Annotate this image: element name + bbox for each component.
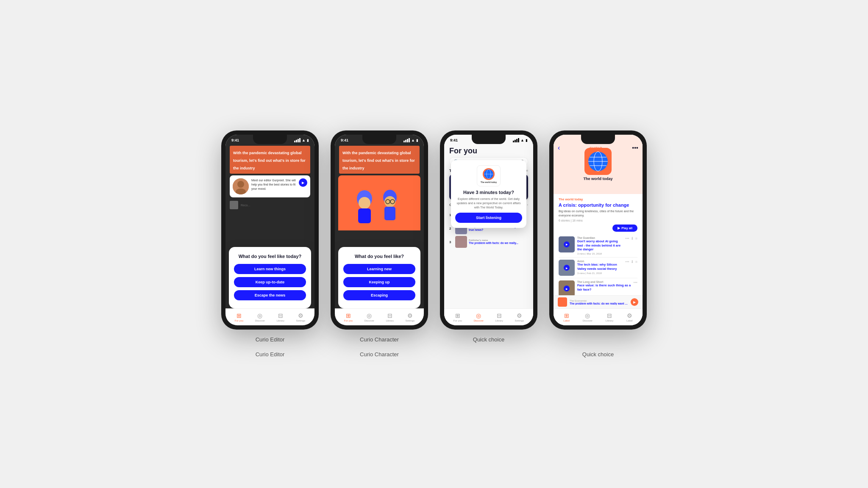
phone2-bg: 9:41 ▲ ▮ — [335, 135, 424, 325]
mini-thumb — [558, 297, 567, 307]
settings-icon3: ⚙ — [517, 312, 522, 319]
list-icon-1[interactable]: ≡ — [635, 236, 637, 241]
p4-world-label: The world today — [583, 177, 612, 181]
nav-discover4[interactable]: ◎ Discover — [583, 312, 593, 322]
list-icon-2[interactable]: ≡ — [635, 260, 637, 264]
story-item-1[interactable]: ▶ The Guardian Don't worry about AI goin… — [559, 234, 637, 258]
characters-svg — [341, 180, 417, 230]
play-all-container: ▶ Play all — [559, 225, 637, 232]
status-icons2: ▲ ▮ — [403, 138, 418, 142]
story-info-2: Aeon The tech bias: why Silicon Valley n… — [577, 260, 623, 274]
battery-icon1: ▮ — [307, 139, 309, 142]
bottom-label-4: Quick choice — [549, 351, 647, 358]
learning-new-btn[interactable]: Learning new — [343, 264, 415, 274]
status-icons1: ▲ ▮ — [294, 138, 309, 142]
nav-library3[interactable]: ⊟ Library — [495, 312, 503, 322]
story-item-2[interactable]: ▶ Aeon The tech bias: why Silicon Valley… — [559, 258, 637, 278]
avatar-svg — [233, 178, 249, 194]
svg-rect-8 — [384, 207, 395, 220]
nav-label1-4[interactable]: ⊞ Label — [563, 312, 570, 322]
h3m-badge-label: The world today — [481, 181, 497, 183]
phone3-screen: 9:41 ▲ ▮ For yo — [444, 135, 533, 325]
story-title-1: Don't worry about AI going bad - the min… — [577, 239, 623, 252]
label3: Quick choice — [440, 336, 537, 343]
bar1b — [403, 141, 405, 142]
settings-icon1: ⚙ — [298, 312, 303, 319]
status-icons3: ▲ ▮ — [513, 138, 527, 142]
phone4-container: ‹ CURIO ••• — [549, 130, 647, 336]
play-all-btn[interactable]: ▶ Play all — [612, 225, 637, 232]
h3m-badge: The world today — [477, 165, 501, 186]
nav-settings1[interactable]: ⚙ Settings — [296, 312, 306, 322]
nav-library2[interactable]: ⊟ Library — [386, 312, 394, 322]
nav-settings3[interactable]: ⚙ Settings — [515, 312, 524, 322]
phone2: 9:41 ▲ ▮ — [331, 130, 428, 330]
nav-for-you-label2: For you — [344, 319, 353, 322]
start-listening-btn[interactable]: Start listening — [455, 213, 522, 223]
story-publisher-2: Aeon — [577, 260, 623, 263]
for-you-icon3: ⊞ — [455, 312, 460, 319]
phone1-container: 9:41 ▲ ▮ — [221, 130, 319, 343]
bottom-labels-row: Curio Editor Curio Character Quick choic… — [221, 351, 647, 358]
nav-settings2[interactable]: ⚙ Settings — [406, 312, 415, 322]
nav-for-you1[interactable]: ⊞ For you — [235, 312, 243, 322]
bottom-label-2: Curio Character — [331, 351, 428, 358]
nav-for-you3[interactable]: ⊞ For you — [453, 312, 462, 322]
phone4: ‹ CURIO ••• — [549, 130, 647, 330]
have3min-modal: The world today Have 3 minutes today? Ex… — [451, 160, 526, 228]
nav-settings-label2: Settings — [406, 319, 415, 322]
nav-discover1[interactable]: ◎ Discover — [255, 312, 265, 322]
list-row-3[interactable]: 3 Publisher's name The problem with fact… — [449, 235, 528, 249]
back-icon[interactable]: ‹ — [558, 144, 560, 152]
story-title-3: Face value: is there such thing as a fai… — [577, 283, 631, 292]
nav-settings-label1: Settings — [296, 319, 306, 322]
p4-desc: Big ideas on curing loneliness, cities o… — [559, 209, 637, 218]
story-actions-3: ••• — [634, 280, 637, 285]
keeping-up-btn[interactable]: Keeping up — [343, 277, 415, 287]
h3m-globe-svg — [484, 169, 494, 179]
play-btn1[interactable]: ▶ — [299, 178, 307, 187]
nav-label2-4[interactable]: ⚙ Label — [626, 312, 633, 322]
nav-library4[interactable]: ⊟ Library — [606, 312, 613, 322]
nav-discover3[interactable]: ◎ Discover — [474, 312, 484, 322]
mini-play-btn[interactable]: ▶ — [631, 298, 638, 306]
phone1: 9:41 ▲ ▮ — [221, 130, 319, 330]
hero-text1: With the pandemic devastating global tou… — [230, 146, 310, 174]
escaping-btn[interactable]: Escaping — [343, 290, 415, 300]
keep-up-btn[interactable]: Keep up-to-date — [234, 277, 306, 287]
nav-discover2[interactable]: ◎ Discover — [364, 312, 374, 322]
more-icon-2[interactable]: ••• — [625, 260, 629, 264]
phone1-bg: 9:41 ▲ ▮ — [225, 135, 314, 325]
mini-player: The Economist The problem with facts: do… — [554, 295, 643, 308]
phone3: 9:41 ▲ ▮ For yo — [440, 130, 537, 330]
notch3 — [472, 135, 506, 144]
phone2-screen: 9:41 ▲ ▮ — [335, 135, 424, 325]
learn-new-btn[interactable]: Learn new things — [234, 264, 306, 274]
mini-title: The problem with facts: do we really wan… — [570, 302, 628, 305]
hero-text-content1: With the pandemic devastating global tou… — [233, 151, 306, 170]
label1: Curio Editor — [221, 336, 319, 343]
bar4 — [299, 138, 300, 142]
h3m-globe — [483, 168, 495, 180]
more-icon-3[interactable]: ••• — [634, 280, 637, 285]
more-icon-1[interactable]: ••• — [625, 236, 629, 241]
bar2c — [515, 140, 516, 142]
time3: 9:41 — [450, 138, 458, 142]
time1: 9:41 — [231, 138, 239, 142]
nav-label2-label4: Label — [626, 319, 633, 322]
modal2: What do you feel like? Learning new Keep… — [338, 247, 420, 308]
p4-globe-container — [584, 148, 612, 175]
phone4-screen: ‹ CURIO ••• — [554, 135, 643, 325]
h3m-title: Have 3 minutes today? — [455, 190, 522, 195]
escape-btn[interactable]: Escape the news — [234, 290, 306, 300]
nav-library1[interactable]: ⊟ Library — [277, 312, 284, 322]
more-dots-icon[interactable]: ••• — [632, 144, 638, 151]
signal-bars3 — [513, 138, 519, 142]
phone2-container: 9:41 ▲ ▮ — [331, 130, 428, 343]
download-icon-1[interactable]: ⬇ — [631, 236, 634, 241]
bar1 — [294, 141, 295, 142]
discover-icon3: ◎ — [476, 312, 481, 319]
nav-for-you2[interactable]: ⊞ For you — [344, 312, 353, 322]
download-icon-2[interactable]: ⬇ — [631, 260, 634, 264]
story-info-3: The Long and Short Face value: is there … — [577, 280, 631, 292]
